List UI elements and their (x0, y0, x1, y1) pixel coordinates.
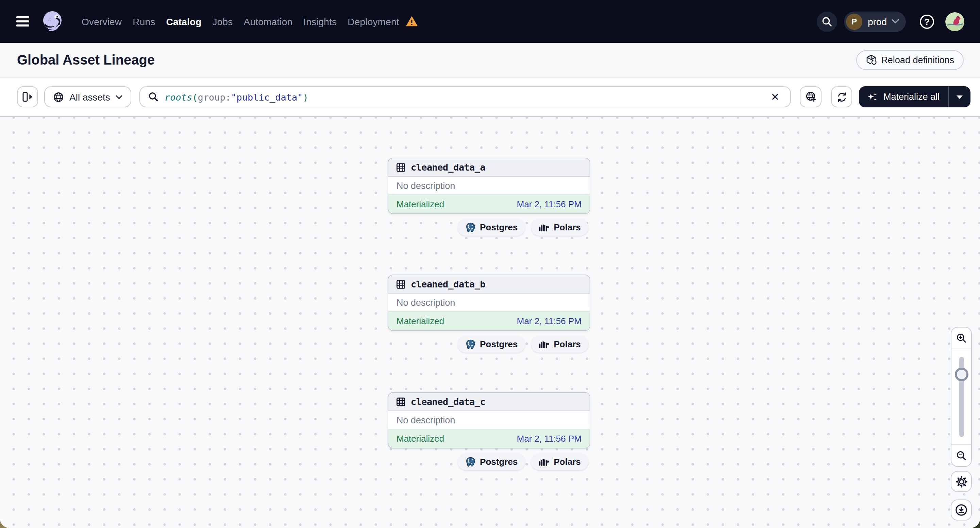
tag-label: Polars (554, 457, 581, 467)
tag-label: Polars (554, 222, 581, 232)
globe-plus-icon (805, 91, 816, 103)
asset-description: No description (388, 177, 590, 194)
postgres-elephant-icon (465, 222, 476, 233)
filter-query-text: roots(group:"public_data") (165, 91, 768, 102)
hamburger-icon[interactable] (16, 16, 29, 27)
dagster-logo-icon[interactable] (40, 9, 65, 33)
materialization-timestamp[interactable]: Mar 2, 11:56 PM (517, 199, 581, 209)
zoom-slider[interactable] (951, 349, 971, 445)
env-label: prod (868, 16, 887, 27)
deployment-switcher[interactable]: P prod (844, 11, 906, 32)
asset-name: cleaned_data_c (411, 396, 485, 407)
box-reload-icon (865, 54, 876, 65)
svg-text:?: ? (924, 17, 929, 26)
tag-polars[interactable]: Polars (531, 336, 589, 353)
tag-label: Postgres (480, 457, 517, 467)
tag-polars[interactable]: Polars (531, 453, 589, 470)
help-icon: ? (918, 13, 936, 30)
asset-node[interactable]: cleaned_data_a No description Materializ… (388, 158, 590, 214)
panel-toggle-icon (22, 92, 33, 102)
asset-scope-dropdown[interactable]: All assets (44, 86, 131, 107)
materialize-all-label: Materialize all (883, 92, 940, 102)
asset-description: No description (388, 293, 590, 311)
asset-node-header: cleaned_data_a (388, 159, 590, 177)
tag-postgres[interactable]: Postgres (457, 336, 525, 353)
dagster-window: Overview Runs Catalog Jobs Automation In… (0, 0, 980, 528)
external-assets-toggle-button[interactable] (800, 86, 821, 107)
asset-node-header: cleaned_data_b (388, 275, 590, 293)
top-nav: Overview Runs Catalog Jobs Automation In… (0, 0, 980, 43)
nav-item-catalog[interactable]: Catalog (166, 16, 202, 27)
globe-icon (53, 91, 64, 102)
reload-definitions-button[interactable]: Reload definitions (856, 50, 964, 70)
clear-filter-button[interactable]: ✕ (768, 90, 782, 103)
zoom-in-button[interactable] (951, 328, 971, 349)
asset-status-row: Materialized Mar 2, 11:56 PM (388, 311, 590, 330)
polars-bear-icon (539, 458, 550, 466)
nav-item-runs[interactable]: Runs (133, 16, 155, 27)
zoom-out-icon (956, 450, 967, 461)
status-badge: Materialized (396, 199, 444, 209)
nav-item-insights[interactable]: Insights (303, 16, 337, 27)
magnifier-icon (148, 92, 159, 102)
postgres-elephant-icon (465, 456, 476, 467)
asset-group-cleaned-data-b: cleaned_data_b No description Materializ… (388, 274, 590, 353)
table-icon (396, 397, 405, 406)
materialize-all-split-button: Materialize all (859, 86, 970, 107)
asset-node-header: cleaned_data_c (388, 393, 590, 411)
help-button[interactable]: ? (917, 11, 937, 32)
asset-filter-input[interactable]: roots(group:"public_data") ✕ (139, 86, 791, 107)
global-search-button[interactable] (817, 11, 837, 32)
postgres-elephant-icon (465, 339, 476, 350)
panel-toggle-button[interactable] (17, 86, 38, 107)
refresh-graph-button[interactable] (831, 86, 852, 107)
nav-item-overview[interactable]: Overview (82, 16, 122, 27)
tag-polars[interactable]: Polars (531, 219, 589, 236)
tag-postgres[interactable]: Postgres (457, 219, 525, 236)
asset-status-row: Materialized Mar 2, 11:56 PM (388, 194, 590, 213)
polars-bear-icon (539, 340, 550, 348)
status-badge: Materialized (396, 434, 444, 444)
zoom-slider-thumb[interactable] (955, 368, 968, 381)
chevron-down-icon (116, 95, 123, 99)
tag-label: Polars (554, 339, 581, 349)
download-icon (955, 504, 968, 517)
nav-item-deployment[interactable]: Deployment (347, 16, 399, 27)
primary-nav: Overview Runs Catalog Jobs Automation In… (82, 16, 418, 27)
lineage-graph-canvas[interactable]: cleaned_data_a No description Materializ… (0, 117, 980, 528)
nav-right-cluster: P prod ? (817, 11, 964, 32)
download-graph-button[interactable] (951, 499, 972, 520)
app-window: Overview Runs Catalog Jobs Automation In… (0, 0, 980, 528)
lineage-toolbar: All assets roots(group:"public_data") ✕ (0, 78, 980, 117)
materialize-all-button[interactable]: Materialize all (859, 86, 948, 107)
status-badge: Materialized (396, 316, 444, 326)
table-icon (396, 280, 405, 289)
asset-tags: Postgres Polars (388, 453, 590, 470)
asset-group-cleaned-data-c: cleaned_data_c No description Materializ… (388, 392, 590, 470)
nav-item-jobs[interactable]: Jobs (213, 16, 233, 27)
sparkles-icon (867, 91, 878, 102)
reload-definitions-label: Reload definitions (881, 55, 954, 65)
asset-name: cleaned_data_a (411, 162, 485, 173)
asset-node[interactable]: cleaned_data_b No description Materializ… (388, 274, 590, 331)
table-icon (396, 163, 405, 171)
materialize-options-button[interactable] (949, 86, 970, 107)
asset-scope-label: All assets (69, 91, 110, 102)
materialization-timestamp[interactable]: Mar 2, 11:56 PM (517, 316, 581, 326)
zoom-out-button[interactable] (951, 445, 971, 466)
graph-settings-button[interactable] (951, 471, 972, 492)
nav-item-automation[interactable]: Automation (244, 16, 293, 27)
asset-tags: Postgres Polars (388, 336, 590, 353)
warning-icon (406, 16, 418, 27)
search-icon (821, 16, 832, 27)
asset-description: No description (388, 411, 590, 429)
caret-down-icon (956, 95, 963, 99)
asset-group-cleaned-data-a: cleaned_data_a No description Materializ… (388, 158, 590, 236)
user-avatar[interactable] (945, 12, 964, 31)
tag-label: Postgres (480, 339, 517, 349)
materialization-timestamp[interactable]: Mar 2, 11:56 PM (517, 434, 581, 444)
refresh-icon (836, 91, 847, 102)
asset-name: cleaned_data_b (411, 279, 485, 290)
asset-node[interactable]: cleaned_data_c No description Materializ… (388, 392, 590, 449)
tag-postgres[interactable]: Postgres (457, 453, 525, 470)
